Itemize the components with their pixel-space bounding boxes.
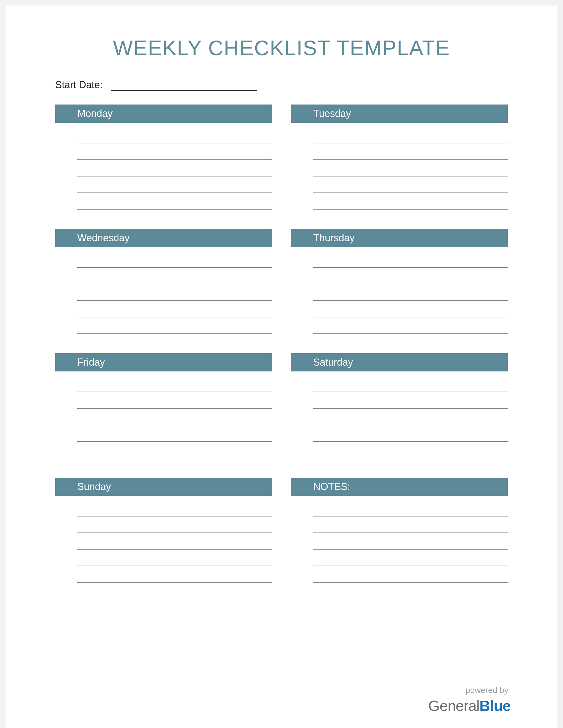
checklist-line[interactable] <box>313 425 508 442</box>
block-lines <box>291 371 508 458</box>
block-lines <box>291 123 508 210</box>
checklist-line[interactable] <box>313 376 508 392</box>
page: WEEKLY CHECKLIST TEMPLATE Start Date: Mo… <box>6 6 557 728</box>
checklist-line[interactable] <box>313 127 508 143</box>
block-lines <box>55 496 272 583</box>
checklist-line[interactable] <box>77 268 272 284</box>
checklist-line[interactable] <box>313 143 508 160</box>
checklist-line[interactable] <box>313 392 508 409</box>
start-date-row: Start Date: <box>52 79 511 91</box>
checklist-line[interactable] <box>77 251 272 268</box>
checklist-line[interactable] <box>77 143 272 160</box>
block-header: Thursday <box>291 229 508 247</box>
block-notes: NOTES: <box>291 478 508 583</box>
block-wednesday: Wednesday <box>55 229 272 334</box>
checklist-line[interactable] <box>77 409 272 425</box>
start-date-label: Start Date: <box>55 79 103 91</box>
checklist-line[interactable] <box>77 425 272 442</box>
checklist-line[interactable] <box>313 550 508 566</box>
checklist-line[interactable] <box>313 516 508 533</box>
page-title: WEEKLY CHECKLIST TEMPLATE <box>52 36 511 60</box>
checklist-line[interactable] <box>77 284 272 301</box>
block-header: Monday <box>55 105 272 123</box>
start-date-input-line[interactable] <box>111 81 257 91</box>
checklist-line[interactable] <box>77 301 272 317</box>
checklist-line[interactable] <box>77 516 272 533</box>
block-header: Sunday <box>55 478 272 496</box>
block-header: Wednesday <box>55 229 272 247</box>
checklist-grid: Monday Tuesday Wednesday <box>52 105 511 583</box>
checklist-line[interactable] <box>313 301 508 317</box>
checklist-line[interactable] <box>313 533 508 550</box>
checklist-line[interactable] <box>77 176 272 193</box>
block-saturday: Saturday <box>291 353 508 458</box>
block-header: Tuesday <box>291 105 508 123</box>
checklist-line[interactable] <box>313 268 508 284</box>
checklist-line[interactable] <box>77 442 272 458</box>
checklist-line[interactable] <box>313 409 508 425</box>
checklist-line[interactable] <box>313 500 508 516</box>
checklist-line[interactable] <box>313 317 508 334</box>
block-lines <box>291 247 508 334</box>
block-lines <box>55 247 272 334</box>
checklist-line[interactable] <box>313 160 508 176</box>
brand-part-2: Blue <box>479 697 511 714</box>
checklist-line[interactable] <box>77 500 272 516</box>
footer: powered by GeneralBlue <box>428 686 511 714</box>
block-header: NOTES: <box>291 478 508 496</box>
checklist-line[interactable] <box>313 193 508 210</box>
block-thursday: Thursday <box>291 229 508 334</box>
checklist-line[interactable] <box>77 193 272 210</box>
checklist-line[interactable] <box>77 550 272 566</box>
block-lines <box>291 496 508 583</box>
checklist-line[interactable] <box>313 284 508 301</box>
checklist-line[interactable] <box>77 160 272 176</box>
checklist-line[interactable] <box>77 566 272 583</box>
checklist-line[interactable] <box>77 376 272 392</box>
checklist-line[interactable] <box>77 392 272 409</box>
checklist-line[interactable] <box>77 317 272 334</box>
brand-part-1: General <box>428 697 479 714</box>
block-header: Friday <box>55 353 272 371</box>
block-tuesday: Tuesday <box>291 105 508 210</box>
checklist-line[interactable] <box>313 251 508 268</box>
checklist-line[interactable] <box>313 566 508 583</box>
block-sunday: Sunday <box>55 478 272 583</box>
brand-logo: GeneralBlue <box>428 697 511 714</box>
block-lines <box>55 123 272 210</box>
checklist-line[interactable] <box>77 533 272 550</box>
checklist-line[interactable] <box>313 442 508 458</box>
checklist-line[interactable] <box>77 127 272 143</box>
powered-by-label: powered by <box>428 686 511 695</box>
block-header: Saturday <box>291 353 508 371</box>
block-friday: Friday <box>55 353 272 458</box>
block-lines <box>55 371 272 458</box>
checklist-line[interactable] <box>313 176 508 193</box>
block-monday: Monday <box>55 105 272 210</box>
